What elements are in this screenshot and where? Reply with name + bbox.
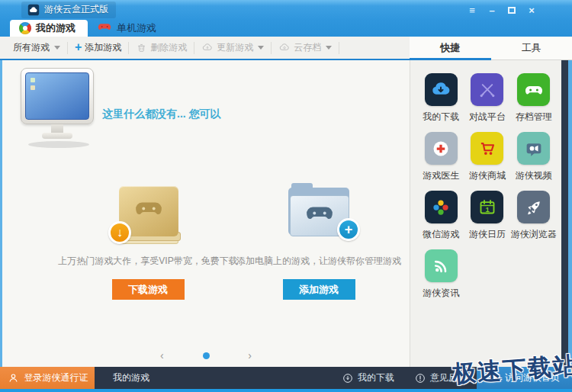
shortcut-label: 游侠浏览器 xyxy=(510,228,557,241)
tab-quick[interactable]: 快捷 xyxy=(410,37,491,59)
download-arrow-badge-icon: ↓ xyxy=(108,221,131,244)
shortcut-my-downloads[interactable]: 我的下载 xyxy=(418,73,464,124)
shortcut-label: 游侠视频 xyxy=(510,169,557,182)
window-right-border xyxy=(568,60,572,367)
feedback-button[interactable]: 意见反馈 xyxy=(404,367,477,389)
menu-icon[interactable]: ≡ xyxy=(464,2,480,18)
login-label: 登录游侠通行证 xyxy=(24,371,88,384)
cloud-download-icon xyxy=(425,73,458,106)
shortcut-grid: 我的下载 对战平台 xyxy=(410,60,561,300)
exclamation-circle-icon xyxy=(414,372,426,384)
tab-tools[interactable]: 工具 xyxy=(491,37,572,59)
current-view-label: 我的游戏 xyxy=(102,367,160,389)
window-controls: ≡ – × xyxy=(464,0,540,20)
tab-my-games[interactable]: 我的游戏 xyxy=(10,20,88,37)
minimize-button[interactable]: – xyxy=(484,2,500,18)
shortcut-wechat-games[interactable]: 微信游戏 xyxy=(418,191,464,241)
tab-single-games[interactable]: 单机游戏 xyxy=(88,20,169,37)
svg-text:1: 1 xyxy=(485,205,489,213)
desktop-icon xyxy=(31,85,35,90)
colorful-ball-icon xyxy=(19,22,31,34)
titlebar: 游侠云盒正式版 ≡ – × xyxy=(0,0,572,20)
window-title: 游侠云盒正式版 xyxy=(44,3,108,16)
content-area: 这里什么都没有... 您可以 ↓ 上万热门游戏大作，享受VIP带宽，免费下载 下… xyxy=(0,60,572,367)
shortcut-label: 游侠日历 xyxy=(464,228,511,241)
shortcut-youxia-browser[interactable]: 游侠浏览器 xyxy=(510,191,557,241)
tab-my-games-label: 我的游戏 xyxy=(36,21,76,35)
add-game-label: 添加游戏 xyxy=(85,41,121,54)
add-game-button[interactable]: + 添加游戏 xyxy=(68,37,128,59)
my-downloads-button[interactable]: 我的下载 xyxy=(332,367,404,389)
shortcut-battle-platform[interactable]: 对战平台 xyxy=(464,73,511,124)
all-games-dropdown[interactable]: 所有游戏 xyxy=(6,37,67,59)
desktop-icon xyxy=(31,78,35,82)
add-plus-badge-icon: + xyxy=(337,218,360,241)
cloud-save-icon xyxy=(278,42,291,53)
maximize-icon xyxy=(508,7,516,14)
maximize-button[interactable] xyxy=(503,2,520,18)
login-pass-button[interactable]: 登录游侠通行证 xyxy=(0,367,95,389)
my-downloads-label: 我的下载 xyxy=(358,371,394,384)
blue-folder-icon: + xyxy=(282,185,355,246)
app-title-chip: 游侠云盒正式版 xyxy=(21,2,116,18)
gamepad-emboss-icon xyxy=(132,200,165,223)
shortcut-youxia-video[interactable]: 游侠视频 xyxy=(510,132,557,182)
toolbar-divider xyxy=(339,42,339,54)
pager-prev-icon[interactable]: ‹ xyxy=(160,350,164,361)
shortcut-label: 游戏医生 xyxy=(418,169,464,182)
chevron-down-icon xyxy=(54,46,60,50)
medical-cross-icon xyxy=(425,132,458,165)
battle-swords-icon xyxy=(471,73,503,106)
download-games-button[interactable]: 下载游戏 xyxy=(112,279,185,300)
main-tab-bar: 我的游戏 单机游戏 xyxy=(0,20,572,37)
shortcut-game-doctor[interactable]: 游戏医生 xyxy=(418,132,464,182)
carousel-pager: ‹ › xyxy=(160,350,252,361)
scrollbar-track[interactable] xyxy=(561,60,568,367)
add-games-button[interactable]: 添加游戏 xyxy=(283,279,355,300)
trash-icon xyxy=(136,42,147,53)
close-button[interactable]: × xyxy=(523,2,540,18)
cloud-save-button[interactable]: 云存档 xyxy=(272,37,339,59)
window-bottom-border xyxy=(0,389,572,392)
shortcut-youxia-news[interactable]: 游侠资讯 xyxy=(418,249,464,300)
right-panel-tabs: 快捷 工具 xyxy=(410,37,572,60)
monitor-illustration xyxy=(21,68,97,153)
download-circle-icon xyxy=(342,372,354,384)
shortcut-label: 我的下载 xyxy=(418,111,464,124)
homepage-label: 访问游侠首页 xyxy=(505,371,560,384)
clover-gamepad-icon xyxy=(425,191,458,223)
monitor-bezel xyxy=(21,68,94,124)
plus-icon: + xyxy=(75,41,82,53)
monitor-shadow xyxy=(28,141,89,148)
shortcut-label: 微信游戏 xyxy=(418,228,464,241)
shortcut-youxia-calendar[interactable]: 1 游侠日历 xyxy=(464,191,511,241)
gamepad-save-icon xyxy=(517,73,550,106)
cloud-update-icon xyxy=(201,42,214,53)
gamepad-icon xyxy=(303,204,336,227)
download-promo-caption: 上万热门游戏大作，享受VIP带宽，免费下载 xyxy=(56,255,240,268)
my-games-empty-view: 这里什么都没有... 您可以 ↓ 上万热门游戏大作，享受VIP带宽，免费下载 下… xyxy=(0,60,410,367)
cloud-save-label: 云存档 xyxy=(294,41,321,54)
chevron-down-icon xyxy=(258,46,264,50)
app-logo-cloud-icon xyxy=(27,4,40,16)
shortcut-label: 游侠商城 xyxy=(464,169,511,182)
shortcut-label: 对战平台 xyxy=(464,111,511,124)
delete-game-button[interactable]: 删除游戏 xyxy=(129,37,194,59)
person-icon xyxy=(7,371,20,384)
video-chat-icon xyxy=(517,132,550,165)
bottom-bar: 登录游侠通行证 我的游戏 我的下载 意见反馈 访问游侠首页 xyxy=(0,367,572,389)
toolbar-row: 所有游戏 + 添加游戏 删除游戏 xyxy=(0,37,572,60)
download-promo: ↓ 上万热门游戏大作，享受VIP带宽，免费下载 下载游戏 xyxy=(56,185,240,300)
pager-dot[interactable] xyxy=(203,352,210,359)
toolbar: 所有游戏 + 添加游戏 删除游戏 xyxy=(0,37,410,60)
shortcut-youxia-mall[interactable]: 游侠商城 xyxy=(464,132,511,182)
homepage-button[interactable]: 访问游侠首页 xyxy=(477,367,572,389)
shortcut-save-manager[interactable]: 存档管理 xyxy=(510,73,557,124)
update-game-button[interactable]: 更新游戏 xyxy=(194,37,271,59)
quick-shortcuts-panel: 我的下载 对战平台 xyxy=(410,60,561,367)
rss-news-icon xyxy=(425,249,458,282)
shortcut-label: 游侠资讯 xyxy=(418,287,464,300)
monitor-screen xyxy=(25,72,89,120)
feedback-label: 意见反馈 xyxy=(430,371,467,384)
pager-next-icon[interactable]: › xyxy=(248,350,252,361)
